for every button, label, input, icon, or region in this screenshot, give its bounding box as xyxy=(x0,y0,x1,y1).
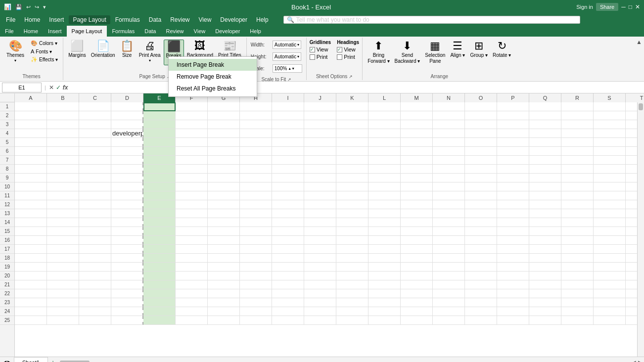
h-scroll-thumb[interactable] xyxy=(60,361,90,362)
cell-A17[interactable] xyxy=(15,245,47,254)
cell-H13[interactable] xyxy=(240,209,272,218)
cell-N13[interactable] xyxy=(433,209,465,218)
cell-P17[interactable] xyxy=(497,245,529,254)
cell-C3[interactable] xyxy=(79,120,111,129)
cell-M19[interactable] xyxy=(401,263,433,272)
cell-H14[interactable] xyxy=(240,218,272,227)
cell-P18[interactable] xyxy=(497,254,529,263)
cell-M5[interactable] xyxy=(401,138,433,147)
cell-H16[interactable] xyxy=(240,236,272,245)
cell-K2[interactable] xyxy=(336,111,368,120)
cell-B14[interactable] xyxy=(47,218,79,227)
cell-F3[interactable] xyxy=(176,120,208,129)
cell-M2[interactable] xyxy=(401,111,433,120)
cell-N17[interactable] xyxy=(433,245,465,254)
cell-A9[interactable] xyxy=(15,174,47,182)
cell-G5[interactable] xyxy=(208,138,240,147)
cell-M11[interactable] xyxy=(401,191,433,200)
cell-S12[interactable] xyxy=(594,200,626,209)
cell-L18[interactable] xyxy=(368,254,401,263)
cell-B6[interactable] xyxy=(47,147,79,156)
cell-I5[interactable] xyxy=(272,138,304,147)
row-num-14[interactable]: 14 xyxy=(0,218,14,227)
ribbon-tab-home[interactable]: Home xyxy=(19,26,43,37)
cell-F2[interactable] xyxy=(176,111,208,120)
group-button[interactable]: ⊞ Group ▾ xyxy=(468,40,490,59)
cell-C17[interactable] xyxy=(79,245,111,254)
gridlines-view-check[interactable] xyxy=(310,47,315,52)
cell-J15[interactable] xyxy=(304,227,336,236)
cell-D19[interactable] xyxy=(111,263,143,272)
cell-I16[interactable] xyxy=(272,236,304,245)
cell-S18[interactable] xyxy=(594,254,626,263)
row-num-25[interactable]: 25 xyxy=(0,316,14,325)
cell-H15[interactable] xyxy=(240,227,272,236)
cell-O15[interactable] xyxy=(465,227,497,236)
cell-F14[interactable] xyxy=(176,218,208,227)
sheet-options-expand[interactable]: ↗ xyxy=(349,74,353,79)
cell-T14[interactable] xyxy=(626,218,637,227)
cell-O3[interactable] xyxy=(465,120,497,129)
cell-C5[interactable] xyxy=(79,138,111,147)
cell-J9[interactable] xyxy=(304,174,336,182)
cell-T15[interactable] xyxy=(626,227,637,236)
cell-A23[interactable] xyxy=(15,298,47,307)
cell-K3[interactable] xyxy=(336,120,368,129)
cell-B16[interactable] xyxy=(47,236,79,245)
cell-G25[interactable] xyxy=(208,316,240,325)
cell-C10[interactable] xyxy=(79,182,111,191)
cell-Q5[interactable] xyxy=(529,138,561,147)
cell-J4[interactable] xyxy=(304,129,336,138)
cell-F24[interactable] xyxy=(176,307,208,316)
cell-K20[interactable] xyxy=(336,272,368,280)
cell-L11[interactable] xyxy=(368,191,401,200)
cell-R9[interactable] xyxy=(561,174,594,182)
cell-O25[interactable] xyxy=(465,316,497,325)
cell-O10[interactable] xyxy=(465,182,497,191)
cell-D24[interactable] xyxy=(111,307,143,316)
h-scroll[interactable] xyxy=(58,361,630,362)
cell-A1[interactable] xyxy=(15,102,47,111)
cell-S8[interactable] xyxy=(594,165,626,174)
cell-E5[interactable] xyxy=(143,138,176,147)
cell-O23[interactable] xyxy=(465,298,497,307)
cell-R7[interactable] xyxy=(561,156,594,165)
cell-E14[interactable] xyxy=(143,218,176,227)
height-select[interactable]: Automatic ▾ xyxy=(273,52,301,61)
cell-I12[interactable] xyxy=(272,200,304,209)
row-num-17[interactable]: 17 xyxy=(0,245,14,254)
cell-C15[interactable] xyxy=(79,227,111,236)
cell-R13[interactable] xyxy=(561,209,594,218)
cell-J18[interactable] xyxy=(304,254,336,263)
cell-K11[interactable] xyxy=(336,191,368,200)
cell-R15[interactable] xyxy=(561,227,594,236)
row-num-21[interactable]: 21 xyxy=(0,280,14,289)
cell-M8[interactable] xyxy=(401,165,433,174)
function-icon[interactable]: fx xyxy=(63,84,68,91)
cell-M18[interactable] xyxy=(401,254,433,263)
cell-B2[interactable] xyxy=(47,111,79,120)
row-num-3[interactable]: 3 xyxy=(0,120,14,129)
cell-F13[interactable] xyxy=(176,209,208,218)
cell-Q9[interactable] xyxy=(529,174,561,182)
cell-C9[interactable] xyxy=(79,174,111,182)
align-button[interactable]: ☰ Align ▾ xyxy=(448,40,467,59)
cell-O9[interactable] xyxy=(465,174,497,182)
row-num-23[interactable]: 23 xyxy=(0,298,14,307)
cell-K18[interactable] xyxy=(336,254,368,263)
cell-H20[interactable] xyxy=(240,272,272,280)
col-header-R[interactable]: R xyxy=(561,93,594,102)
headings-print-check[interactable] xyxy=(337,54,342,60)
cell-L21[interactable] xyxy=(368,280,401,289)
cell-S19[interactable] xyxy=(594,263,626,272)
insert-page-break-item[interactable]: Insert Page Break xyxy=(169,59,257,71)
cell-D4[interactable]: developerpublish.com xyxy=(111,129,143,138)
cell-Q21[interactable] xyxy=(529,280,561,289)
cell-T5[interactable] xyxy=(626,138,637,147)
cell-H24[interactable] xyxy=(240,307,272,316)
cell-K1[interactable] xyxy=(336,102,368,111)
cell-N23[interactable] xyxy=(433,298,465,307)
cell-A16[interactable] xyxy=(15,236,47,245)
quick-access-redo[interactable]: ↪ xyxy=(35,4,39,10)
ribbon-tab-insert[interactable]: Insert xyxy=(43,26,67,37)
